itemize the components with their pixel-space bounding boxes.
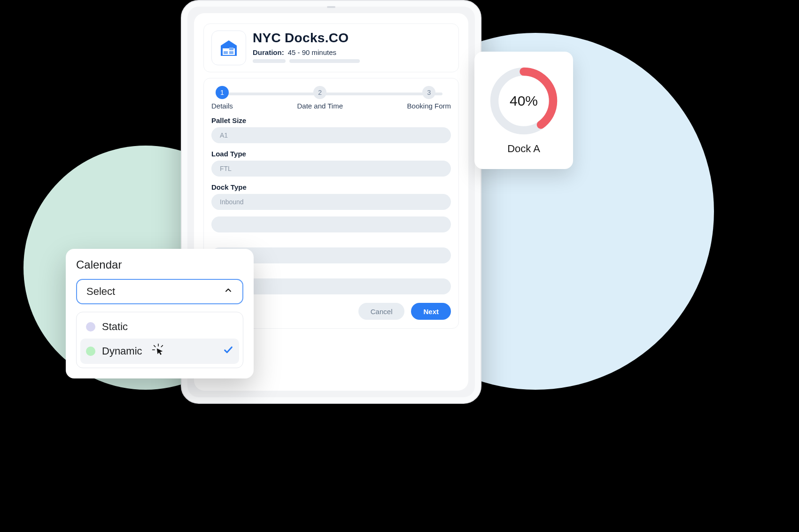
pallet-size-label: Pallet Size: [211, 116, 451, 124]
step-booking-form[interactable]: 3 Booking Form: [407, 86, 451, 110]
gauge-percent: 40%: [489, 66, 559, 136]
step-label: Details: [211, 102, 233, 110]
tablet-camera: [327, 6, 335, 8]
step-details[interactable]: 1 Details: [211, 86, 233, 110]
step-date-time[interactable]: 2 Date and Time: [297, 86, 343, 110]
calendar-card: Calendar Select Static Dynamic: [66, 249, 254, 378]
svg-rect-2: [229, 51, 233, 54]
calendar-options: Static Dynamic: [76, 312, 243, 368]
load-type-input[interactable]: [211, 161, 451, 177]
duration-label: Duration:: [253, 48, 284, 56]
color-swatch-icon: [86, 322, 95, 332]
pallet-size-input[interactable]: [211, 127, 451, 143]
svg-line-7: [154, 346, 155, 347]
placeholder-input: [211, 216, 451, 232]
svg-rect-1: [224, 51, 228, 54]
next-button[interactable]: Next: [411, 303, 451, 320]
placeholder-bar: [253, 59, 286, 63]
step-label: Date and Time: [297, 102, 343, 110]
option-label: Static: [102, 321, 128, 333]
gauge-card: 40% Dock A: [474, 52, 573, 169]
placeholder-bar: [289, 59, 360, 63]
calendar-title: Calendar: [76, 258, 243, 271]
option-label: Dynamic: [102, 345, 142, 357]
calendar-option-static[interactable]: Static: [80, 316, 239, 338]
stage: NYC Docks.CO Duration: 45 - 90 minutes: [0, 0, 799, 532]
step-number: 3: [422, 86, 435, 99]
color-swatch-icon: [86, 347, 95, 356]
load-type-label: Load Type: [211, 150, 451, 158]
calendar-option-dynamic[interactable]: Dynamic: [80, 339, 239, 364]
dock-type-label: Dock Type: [211, 183, 451, 191]
gauge: 40%: [489, 66, 559, 136]
step-number: 2: [313, 86, 326, 99]
duration-value: 45 - 90 minutes: [288, 48, 336, 56]
check-icon: [223, 345, 233, 358]
gauge-label: Dock A: [507, 143, 540, 155]
stepper: 1 Details 2 Date and Time 3 Booking Form: [211, 86, 451, 110]
company-title: NYC Docks.CO: [253, 31, 451, 46]
svg-rect-3: [229, 47, 233, 50]
cancel-button[interactable]: Cancel: [358, 303, 405, 320]
step-number: 1: [216, 86, 229, 99]
cursor-click-icon: [152, 343, 165, 359]
svg-line-8: [161, 346, 163, 347]
dock-type-input[interactable]: [211, 194, 451, 210]
header-card: NYC Docks.CO Duration: 45 - 90 minutes: [203, 23, 459, 72]
warehouse-icon: [211, 31, 246, 65]
calendar-select[interactable]: Select: [76, 279, 243, 304]
chevron-up-icon: [224, 285, 233, 298]
select-value: Select: [86, 285, 115, 298]
step-label: Booking Form: [407, 102, 451, 110]
